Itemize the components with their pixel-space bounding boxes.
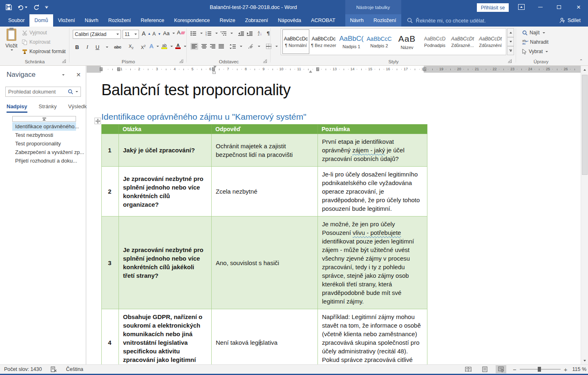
tab-soubor[interactable]: Soubor	[3, 14, 29, 27]
style-chip[interactable]: AaBbCcDtZdůraznění	[477, 29, 504, 54]
styles-dialog-launcher[interactable]	[508, 59, 512, 63]
zoom-slider[interactable]	[520, 369, 561, 370]
align-left-button[interactable]	[190, 43, 198, 50]
multilevel-list-button[interactable]	[221, 31, 227, 36]
undo-caret[interactable]	[25, 7, 27, 8]
right-indent-marker[interactable]	[309, 70, 312, 73]
navigation-pane-options-caret[interactable]	[62, 74, 65, 76]
styles-scroll-down-button[interactable]	[507, 37, 514, 46]
first-line-indent-marker[interactable]	[213, 66, 217, 68]
nav-heading-item[interactable]: Test proporcionality	[0, 139, 86, 148]
tab-rozložení[interactable]: Rozložení	[103, 14, 136, 27]
cell-note[interactable]: První etapa je identifikovat oprávněný z…	[318, 134, 427, 167]
cell-note[interactable]: Je-li pro účely dosažení legitimního pod…	[318, 167, 427, 217]
select-button[interactable]: Vybrat	[522, 49, 548, 54]
style-chip[interactable]: AaBbCcDc¶ Normální	[282, 29, 309, 54]
jump-to-top-box[interactable]	[12, 116, 76, 122]
document-title[interactable]: Balanční test proporcionality	[101, 81, 291, 99]
maximize-button[interactable]	[551, 0, 567, 14]
cell-number[interactable]: 1	[102, 134, 119, 167]
increase-indent-button[interactable]	[247, 31, 253, 36]
print-layout-button[interactable]	[479, 365, 490, 373]
table-move-handle[interactable]	[94, 118, 101, 124]
cell-question[interactable]: Je zpracování nezbytné pro splnění jedno…	[119, 167, 212, 217]
document-search-input[interactable]: Prohledat dokument	[5, 87, 81, 97]
cell-note[interactable]: Je možné, že jen pro účely Posouzení vli…	[318, 217, 427, 309]
sort-button[interactable]: AZ↓	[258, 31, 262, 36]
tab-návrh[interactable]: Návrh	[80, 14, 103, 27]
style-chip[interactable]: AaBbCcCNadpis 2	[366, 29, 393, 54]
navigation-pane-close-icon[interactable]: ✕	[76, 71, 81, 78]
align-center-button[interactable]	[201, 44, 207, 49]
read-mode-button[interactable]	[463, 365, 474, 373]
cell-question[interactable]: Jaký je účel zpracování?	[119, 134, 212, 167]
bold-button[interactable]: B	[74, 43, 80, 51]
share-button[interactable]: Sdílet	[559, 14, 588, 27]
nav-tab-nadpisy[interactable]: Nadpisy	[7, 103, 27, 113]
tell-me-search[interactable]: Řekněte mi, co chcete udělat.	[407, 14, 560, 27]
cell-number[interactable]: 2	[102, 167, 119, 217]
line-spacing-button[interactable]	[230, 44, 236, 49]
cell-answer[interactable]: Zcela nezbytné	[212, 167, 318, 217]
clear-formatting-button[interactable]: A	[177, 29, 185, 36]
font-color-button[interactable]: A	[175, 43, 181, 49]
horizontal-ruler[interactable]: 1234567891011131415161718192021222324252…	[87, 66, 581, 73]
minimize-button[interactable]	[532, 0, 548, 14]
cell-answer[interactable]: Není taková legislativa	[212, 309, 318, 365]
balance-test-table[interactable]: OtázkaOdpověďPoznámka 1Jaký je účel zpra…	[101, 124, 427, 364]
italic-button[interactable]: I	[85, 43, 89, 51]
align-right-button[interactable]	[210, 44, 215, 49]
style-chip[interactable]: AaBbCcDPodnadpis	[421, 29, 448, 54]
collapse-ribbon-button[interactable]: ⌃	[577, 59, 585, 64]
cell-note[interactable]: Například: Legitimní zájmy mohou stavět …	[318, 309, 427, 365]
strikethrough-button[interactable]: abc	[112, 44, 123, 50]
font-name-combo[interactable]: Calibri (Základ	[73, 30, 121, 39]
redo-button[interactable]	[33, 4, 39, 10]
document-heading[interactable]: Identifikace oprávněného zájmu u "Kamero…	[101, 112, 306, 122]
replace-button[interactable]: abac↩ Nahradit	[522, 39, 548, 45]
contextual-tab-návrh[interactable]: Návrh	[345, 14, 369, 27]
zoom-in-button[interactable]: +	[564, 366, 568, 373]
scroll-up-button[interactable]	[581, 66, 588, 73]
style-chip[interactable]: AaBbCcDc¶ Bez mezer	[310, 29, 337, 54]
nav-tab-výsledky[interactable]: Výsledky	[68, 103, 89, 113]
tab-zobrazení[interactable]: Zobrazení	[240, 14, 273, 27]
cell-number[interactable]: 4	[102, 309, 119, 365]
grow-font-button[interactable]: A▲	[142, 30, 151, 37]
zoom-level[interactable]: 115 %	[572, 366, 587, 372]
undo-button[interactable]	[18, 4, 27, 10]
nav-heading-item[interactable]: Identifikace oprávněného...	[12, 122, 76, 131]
scrollbar-thumb[interactable]	[582, 75, 588, 175]
tab-nápověda[interactable]: Nápověda	[273, 14, 306, 27]
table-column-marker[interactable]	[316, 67, 319, 71]
word-count[interactable]: Počet slov: 1430	[4, 366, 42, 372]
table-column-marker[interactable]	[100, 67, 103, 71]
font-size-combo[interactable]: 11	[123, 30, 139, 39]
style-chip[interactable]: AaBbC(Nadpis 1	[338, 29, 365, 54]
tab-acrobat[interactable]: ACROBAT	[306, 14, 340, 27]
sign-in-button[interactable]: Přihlásit se	[477, 3, 509, 12]
contextual-tab-rozložení[interactable]: Rozložení	[369, 14, 401, 27]
style-chip[interactable]: AaBNázev	[393, 29, 420, 54]
search-icon[interactable]	[68, 89, 73, 94]
tab-domů[interactable]: Domů	[29, 14, 53, 27]
web-layout-button[interactable]	[496, 365, 506, 373]
tab-vložení[interactable]: Vložení	[53, 14, 80, 27]
table-column-marker[interactable]	[423, 67, 426, 71]
shading-button[interactable]	[248, 44, 254, 49]
styles-scroll-up-button[interactable]	[507, 28, 514, 37]
cell-answer[interactable]: Ochránit majetek a zajistit bezpečnost l…	[212, 134, 318, 167]
underline-button[interactable]: U	[94, 43, 101, 51]
shrink-font-button[interactable]: A▼	[152, 31, 161, 37]
left-indent-marker[interactable]	[212, 71, 216, 74]
underline-caret[interactable]	[106, 47, 108, 48]
paragraph-dialog-launcher[interactable]	[263, 59, 267, 63]
cell-number[interactable]: 3	[102, 217, 119, 309]
font-dialog-launcher[interactable]	[179, 59, 183, 63]
ribbon-display-options-icon[interactable]	[518, 4, 525, 10]
justify-button[interactable]	[219, 44, 224, 49]
cell-answer[interactable]: Ano, souvislost s hasiči	[212, 217, 318, 309]
text-effects-button[interactable]: A	[150, 43, 153, 49]
zoom-out-button[interactable]: −	[513, 366, 516, 373]
superscript-button[interactable]: X2	[139, 43, 148, 51]
